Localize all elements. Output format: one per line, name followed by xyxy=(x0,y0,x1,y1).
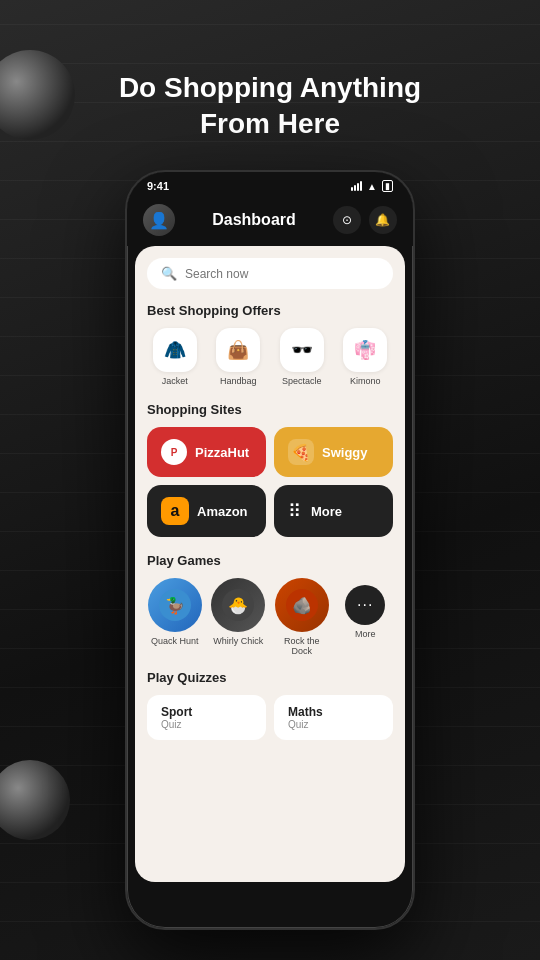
pizzahut-logo: P xyxy=(161,439,187,465)
jacket-icon-box: 🧥 xyxy=(153,328,197,372)
amazon-name: Amazon xyxy=(197,504,248,519)
rock-dock-label: Rock the Dock xyxy=(274,636,330,656)
games-row: 🦆 Quack Hunt 🐣 Whirly Chick xyxy=(147,578,393,656)
more-sites-label: More xyxy=(311,504,342,519)
svg-text:🦆: 🦆 xyxy=(165,596,185,615)
quizzes-row: Sport Quiz Maths Quiz xyxy=(147,695,393,740)
games-section-title: Play Games xyxy=(147,553,393,568)
hero-headline: Do Shopping Anything From Here xyxy=(0,70,540,143)
header-actions: ⊙ 🔔 xyxy=(333,206,397,234)
more-sites-card[interactable]: ⠿ More xyxy=(274,485,393,537)
rock-dock-icon: 🪨 xyxy=(275,578,329,632)
settings-icon-btn[interactable]: ⊙ xyxy=(333,206,361,234)
sport-quiz-title: Sport xyxy=(161,705,252,719)
sport-quiz-sub: Quiz xyxy=(161,719,252,730)
game-quack-hunt[interactable]: 🦆 Quack Hunt xyxy=(147,578,203,646)
status-time: 9:41 xyxy=(147,180,169,192)
category-spectacle[interactable]: 🕶️ Spectacle xyxy=(274,328,330,386)
search-icon: 🔍 xyxy=(161,266,177,281)
svg-text:🪨: 🪨 xyxy=(292,596,312,615)
phone-mockup: 9:41 ▲ ▮ 👤 Dashboard ⊙ 🔔 xyxy=(125,170,415,930)
search-bar[interactable]: 🔍 xyxy=(147,258,393,289)
quack-hunt-label: Quack Hunt xyxy=(151,636,199,646)
kimono-icon-box: 👘 xyxy=(343,328,387,372)
swiggy-card[interactable]: 🍕 Swiggy xyxy=(274,427,393,477)
sites-grid: P PizzaHut 🍕 Swiggy a Amazon ⠿ More xyxy=(147,427,393,537)
header-title: Dashboard xyxy=(212,211,296,229)
swiggy-logo: 🍕 xyxy=(288,439,314,465)
avatar-image: 👤 xyxy=(149,211,169,230)
signal-icon xyxy=(351,181,362,191)
category-handbag[interactable]: 👜 Handbag xyxy=(211,328,267,386)
game-rock-dock[interactable]: 🪨 Rock the Dock xyxy=(274,578,330,656)
status-icons: ▲ ▮ xyxy=(351,180,393,192)
sites-section-title: Shopping Sites xyxy=(147,402,393,417)
category-grid: 🧥 Jacket 👜 Handbag 🕶️ Spectacle 👘 Kimono xyxy=(147,328,393,386)
maths-quiz-title: Maths xyxy=(288,705,379,719)
whirly-chick-icon: 🐣 xyxy=(211,578,265,632)
avatar[interactable]: 👤 xyxy=(143,204,175,236)
more-games-label: More xyxy=(355,629,376,639)
more-games-dots: ··· xyxy=(357,596,373,614)
search-input[interactable] xyxy=(185,267,379,281)
quizzes-section-title: Play Quizzes xyxy=(147,670,393,685)
more-games-icon: ··· xyxy=(345,585,385,625)
more-dots-icon: ⠿ xyxy=(288,500,303,522)
settings-icon: ⊙ xyxy=(342,213,352,227)
maths-quiz-sub: Quiz xyxy=(288,719,379,730)
amazon-card[interactable]: a Amazon xyxy=(147,485,266,537)
app-content[interactable]: 🔍 Best Shopping Offers 🧥 Jacket 👜 Handba… xyxy=(135,246,405,882)
category-jacket[interactable]: 🧥 Jacket xyxy=(147,328,203,386)
whirly-chick-label: Whirly Chick xyxy=(213,636,263,646)
app-header: 👤 Dashboard ⊙ 🔔 xyxy=(127,196,413,246)
pizzahut-card[interactable]: P PizzaHut xyxy=(147,427,266,477)
spectacle-icon-box: 🕶️ xyxy=(280,328,324,372)
pizzahut-name: PizzaHut xyxy=(195,445,249,460)
amazon-logo: a xyxy=(161,497,189,525)
wifi-icon: ▲ xyxy=(367,181,377,192)
spectacle-label: Spectacle xyxy=(282,376,322,386)
kimono-label: Kimono xyxy=(350,376,381,386)
game-more[interactable]: ··· More xyxy=(338,578,394,639)
category-kimono[interactable]: 👘 Kimono xyxy=(338,328,394,386)
battery-icon: ▮ xyxy=(382,180,393,192)
quack-hunt-icon: 🦆 xyxy=(148,578,202,632)
offers-section-title: Best Shopping Offers xyxy=(147,303,393,318)
game-whirly-chick[interactable]: 🐣 Whirly Chick xyxy=(211,578,267,646)
sport-quiz-card[interactable]: Sport Quiz xyxy=(147,695,266,740)
handbag-icon-box: 👜 xyxy=(216,328,260,372)
handbag-label: Handbag xyxy=(220,376,257,386)
status-bar: 9:41 ▲ ▮ xyxy=(127,172,413,196)
svg-text:🐣: 🐣 xyxy=(228,596,248,615)
jacket-label: Jacket xyxy=(162,376,188,386)
notification-icon-btn[interactable]: 🔔 xyxy=(369,206,397,234)
maths-quiz-card[interactable]: Maths Quiz xyxy=(274,695,393,740)
swiggy-name: Swiggy xyxy=(322,445,368,460)
bell-icon: 🔔 xyxy=(375,213,390,227)
